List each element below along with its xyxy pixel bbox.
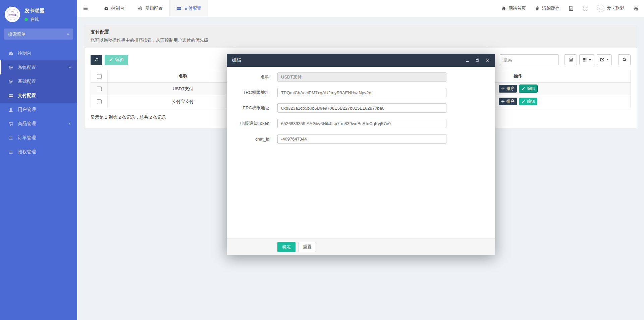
sidebar-item-dashboard[interactable]: 控制台 <box>0 46 77 60</box>
toolbar-edit-button[interactable]: 编辑 <box>105 55 128 65</box>
row-select-cell <box>91 83 108 95</box>
gauge-icon <box>8 51 13 56</box>
sidebar-item-goods-management[interactable]: 商品管理 <box>0 117 77 131</box>
form-row-telegram-token: 电报通知Token <box>232 119 490 128</box>
online-dot-icon <box>24 18 28 21</box>
fullscreen-button[interactable] <box>583 6 588 11</box>
sidebar-toggle-button[interactable] <box>77 0 94 17</box>
brand-status: 在线 <box>24 16 45 22</box>
page-subtitle: 您可以拖动操作栏中的排序按钮，从而控制用户支付的优先级 <box>91 37 631 43</box>
reset-button[interactable]: 重置 <box>299 242 316 252</box>
tab-label: 支付配置 <box>184 5 201 11</box>
user-menu[interactable]: 发卡联盟 <box>597 5 624 12</box>
tab-base-config[interactable]: 基础配置 <box>131 0 169 17</box>
sidebar-item-user-management[interactable]: 用户管理 <box>0 103 77 117</box>
tab-dashboard[interactable]: 控制台 <box>97 0 131 17</box>
name-field <box>277 72 446 82</box>
clear-cache-link[interactable]: 清除缓存 <box>535 5 559 11</box>
logo-cloud-icon <box>11 11 14 13</box>
row-edit-button[interactable]: 编辑 <box>519 98 537 105</box>
trash-icon <box>535 6 540 11</box>
gear-icon <box>8 79 13 84</box>
row-edit-button[interactable]: 编辑 <box>519 85 537 93</box>
row-select-cell <box>91 95 108 108</box>
brand-title: 发卡联盟 <box>24 8 45 14</box>
sort-drag-button[interactable]: 排序 <box>499 85 517 93</box>
form-row-erc: ERC权限地址 <box>232 103 490 113</box>
detail-view-icon <box>569 57 573 62</box>
dialog-footer: 确定 重置 <box>227 238 495 255</box>
brand-logo-emblem: 发卡联盟 <box>7 9 18 20</box>
sidebar-item-auth-management[interactable]: 授权管理 <box>0 145 77 159</box>
row-checkbox[interactable] <box>97 87 102 91</box>
search-icon[interactable] <box>67 32 69 37</box>
columns-button[interactable] <box>579 54 594 65</box>
site-home-link[interactable]: 网站首页 <box>501 5 526 11</box>
caret-down-icon <box>606 58 609 61</box>
main-area: 控制台 基础配置 支付配置 网站首页 清除缓存 <box>77 0 644 320</box>
maximize-icon[interactable] <box>475 58 480 62</box>
brand-info: 发卡联盟 在线 <box>24 7 45 22</box>
trc-address-field[interactable] <box>277 88 446 97</box>
pencil-icon <box>522 87 525 91</box>
sidebar-search-input[interactable] <box>8 32 67 37</box>
gear-icon <box>138 6 143 11</box>
table-search-input[interactable] <box>500 54 559 65</box>
detail-view-button[interactable] <box>565 54 577 65</box>
sort-drag-button[interactable]: 排序 <box>499 98 517 105</box>
export-icon <box>600 57 604 62</box>
edit-dialog-header[interactable]: 编辑 <box>227 54 495 67</box>
dialog-title: 编辑 <box>232 57 241 63</box>
cart-icon <box>8 121 13 126</box>
toolbar-edit-label: 编辑 <box>115 57 124 63</box>
search-toggle-button[interactable] <box>618 54 631 65</box>
brand-logo[interactable]: 发卡联盟 <box>5 7 20 22</box>
sidebar-item-order-management[interactable]: 订单管理 <box>0 131 77 145</box>
sort-label: 排序 <box>506 86 515 92</box>
sidebar-item-label: 基础配置 <box>18 78 36 85</box>
minimize-icon[interactable] <box>465 58 470 62</box>
chat-id-label: chat_id <box>232 137 269 142</box>
app-window: 发卡联盟 发卡联盟 在线 控制台 系统配置 <box>0 0 644 320</box>
navbar-right: 网站首页 清除缓存 发卡联盟 <box>501 5 644 12</box>
sidebar: 发卡联盟 发卡联盟 在线 控制台 系统配置 <box>0 0 77 320</box>
gear-icon <box>8 65 13 70</box>
username-label: 发卡联盟 <box>607 5 624 11</box>
edit-label: 编辑 <box>527 86 535 92</box>
erc-address-field[interactable] <box>277 103 446 113</box>
export-button[interactable] <box>597 54 612 65</box>
sidebar-search <box>4 29 73 40</box>
form-row-trc: TRC权限地址 <box>232 88 490 97</box>
site-home-label: 网站首页 <box>508 5 526 11</box>
language-button[interactable] <box>569 6 574 11</box>
top-navbar: 控制台 基础配置 支付配置 网站首页 清除缓存 <box>77 0 644 17</box>
sidebar-item-base-config[interactable]: 基础配置 <box>0 74 77 89</box>
user-icon <box>8 107 13 112</box>
refresh-icon <box>94 57 99 62</box>
toolbar-right <box>500 54 631 65</box>
row-checkbox[interactable] <box>97 99 102 104</box>
trc-address-label: TRC权限地址 <box>232 90 269 96</box>
hamburger-icon <box>83 6 88 11</box>
sidebar-item-system-config[interactable]: 系统配置 <box>0 60 77 74</box>
list-icon <box>8 136 13 141</box>
select-all-checkbox[interactable] <box>97 74 102 79</box>
settings-button[interactable] <box>633 6 639 11</box>
sidebar-item-label: 支付配置 <box>18 93 36 99</box>
confirm-button[interactable]: 确定 <box>277 242 296 252</box>
form-row-name: 名称 <box>232 72 490 82</box>
refresh-button[interactable] <box>91 55 102 65</box>
search-icon <box>622 57 627 62</box>
cogs-icon <box>633 6 639 11</box>
close-icon[interactable] <box>485 58 490 62</box>
telegram-token-field[interactable] <box>277 119 446 128</box>
sidebar-item-label: 用户管理 <box>18 107 36 113</box>
home-icon <box>501 6 506 11</box>
sidebar-item-payment-config[interactable]: 支付配置 <box>0 89 77 103</box>
tab-payment-config[interactable]: 支付配置 <box>169 0 208 17</box>
chat-id-field[interactable] <box>277 134 446 144</box>
card-icon <box>8 93 13 98</box>
caret-down-icon <box>589 58 591 61</box>
online-status-label: 在线 <box>30 16 39 22</box>
pencil-icon <box>522 100 525 103</box>
